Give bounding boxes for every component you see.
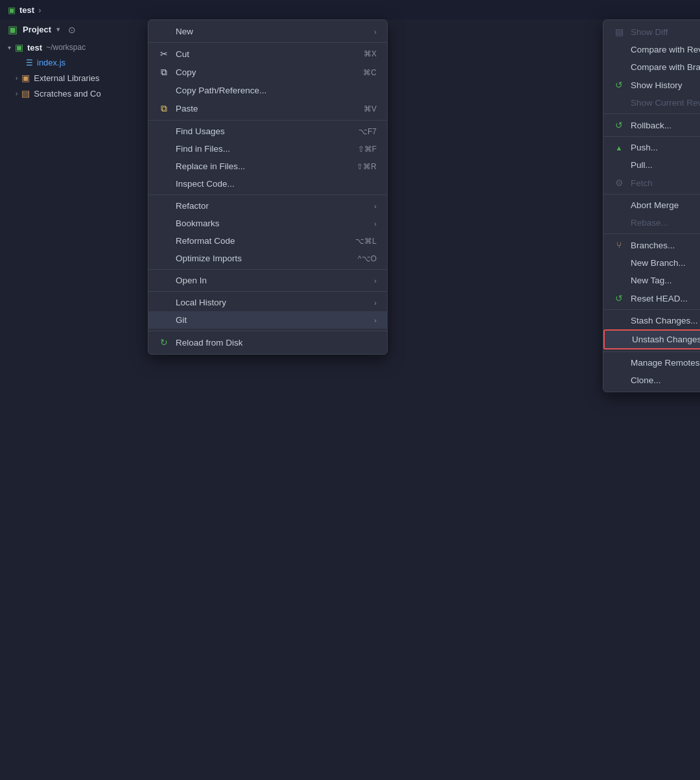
submenu-item-new-tag[interactable]: New Tag... bbox=[603, 272, 700, 289]
git-submenu: ▤ Show Diff Compare with Revision... Com… bbox=[603, 19, 700, 392]
find-usages-shortcut: ⌥F7 bbox=[358, 127, 377, 136]
scratches-label: Scratches and Co bbox=[34, 89, 100, 99]
menu-item-paste[interactable]: ⧉ Paste ⌘V bbox=[148, 99, 387, 118]
copy-icon: ⧉ bbox=[159, 67, 169, 78]
submenu-item-fetch[interactable]: ⚙ Fetch bbox=[603, 174, 700, 192]
submenu-divider-1 bbox=[603, 113, 700, 114]
branches-icon: ⑂ bbox=[614, 240, 624, 250]
divider-1 bbox=[148, 42, 387, 43]
submenu-item-show-current[interactable]: Show Current Revision bbox=[603, 94, 700, 112]
sidebar-test-folder[interactable]: ▾ ▣ test ~/workspac bbox=[0, 40, 148, 55]
menu-label-replace-files: Replace in Files... bbox=[176, 161, 350, 171]
menu-item-reload[interactable]: ↻ Reload from Disk bbox=[148, 333, 387, 351]
divider-5 bbox=[148, 291, 387, 292]
rollback-icon: ↺ bbox=[614, 120, 624, 130]
menu-item-copy[interactable]: ⧉ Copy ⌘C bbox=[148, 63, 387, 82]
menu-item-optimize[interactable]: Optimize Imports ^⌥O bbox=[148, 250, 387, 267]
menu-item-find-files[interactable]: Find in Files... ⇧⌘F bbox=[148, 140, 387, 158]
new-arrow: › bbox=[374, 28, 377, 36]
submenu-label-rollback: Rollback... bbox=[631, 121, 700, 130]
find-files-shortcut: ⇧⌘F bbox=[358, 145, 377, 154]
menu-label-find-files: Find in Files... bbox=[176, 144, 351, 154]
sidebar: ▣ Project ▾ ⊙ ▾ ▣ test ~/workspac ☰ inde… bbox=[0, 19, 148, 780]
submenu-item-pull[interactable]: Pull... bbox=[603, 156, 700, 174]
open-in-arrow: › bbox=[374, 277, 377, 285]
context-menu: New › ✂ Cut ⌘X ⧉ Copy ⌘C Copy Path/Refer… bbox=[148, 19, 388, 355]
top-bar-chevron: › bbox=[38, 5, 41, 15]
divider-4 bbox=[148, 269, 387, 270]
menu-item-refactor[interactable]: Refactor › bbox=[148, 197, 387, 215]
menu-label-cut: Cut bbox=[176, 49, 357, 59]
copy-shortcut: ⌘C bbox=[363, 68, 377, 77]
menu-label-new: New bbox=[176, 27, 368, 36]
folder-closed-icon: ▣ bbox=[8, 23, 18, 36]
chevron-right-icon: › bbox=[16, 75, 18, 82]
folder-icon: ▣ bbox=[8, 5, 16, 15]
submenu-label-manage-remotes: Manage Remotes... bbox=[631, 358, 700, 368]
menu-label-copy-path: Copy Path/Reference... bbox=[176, 86, 377, 95]
submenu-item-rollback[interactable]: ↺ Rollback... ⌥⌘Z bbox=[603, 116, 700, 134]
scratches-icon: ▤ bbox=[21, 88, 30, 99]
menu-item-git[interactable]: Git › bbox=[148, 311, 387, 329]
settings-icon[interactable]: ⊙ bbox=[68, 25, 76, 35]
menu-label-reformat: Reformat Code bbox=[176, 236, 349, 246]
submenu-label-clone: Clone... bbox=[631, 375, 661, 385]
divider-3 bbox=[148, 195, 387, 195]
submenu-item-abort-merge[interactable]: Abort Merge bbox=[603, 196, 700, 214]
submenu-item-branches[interactable]: ⑂ Branches... bbox=[603, 236, 700, 254]
submenu-label-push: Push... bbox=[631, 143, 700, 152]
top-bar-project: test bbox=[19, 5, 34, 15]
submenu-label-unstash: Unstash Changes... bbox=[632, 335, 700, 344]
submenu-label-show-diff: Show Diff bbox=[631, 27, 668, 37]
menu-item-inspect[interactable]: Inspect Code... bbox=[148, 175, 387, 193]
submenu-divider-6 bbox=[603, 351, 700, 352]
menu-item-copy-path[interactable]: Copy Path/Reference... bbox=[148, 82, 387, 99]
menu-item-new[interactable]: New › bbox=[148, 23, 387, 40]
submenu-item-rebase[interactable]: Rebase... bbox=[603, 214, 700, 231]
submenu-label-reset-head: Reset HEAD... bbox=[631, 294, 688, 303]
sidebar-ext-libraries[interactable]: › ▣ External Libraries bbox=[0, 70, 148, 86]
menu-item-open-in[interactable]: Open In › bbox=[148, 272, 387, 289]
submenu-divider-5 bbox=[603, 309, 700, 310]
menu-item-cut[interactable]: ✂ Cut ⌘X bbox=[148, 45, 387, 63]
submenu-item-push[interactable]: ▲ Push... ⇧⌘K bbox=[603, 139, 700, 156]
divider-2 bbox=[148, 120, 387, 121]
submenu-item-stash[interactable]: Stash Changes... bbox=[603, 312, 700, 329]
sidebar-indexjs[interactable]: ☰ index.js bbox=[0, 55, 148, 70]
menu-item-bookmarks[interactable]: Bookmarks › bbox=[148, 215, 387, 232]
submenu-label-show-current: Show Current Revision bbox=[631, 98, 700, 108]
sidebar-scratches[interactable]: › ▤ Scratches and Co bbox=[0, 86, 148, 101]
submenu-item-unstash[interactable]: Unstash Changes... bbox=[603, 329, 700, 349]
submenu-item-manage-remotes[interactable]: Manage Remotes... bbox=[603, 354, 700, 372]
submenu-item-show-history[interactable]: ↺ Show History bbox=[603, 76, 700, 94]
menu-label-copy: Copy bbox=[176, 67, 356, 77]
show-history-icon: ↺ bbox=[614, 80, 624, 90]
submenu-divider-4 bbox=[603, 233, 700, 234]
submenu-label-compare-branch: Compare with Branch... bbox=[631, 62, 700, 72]
submenu-item-compare-revision[interactable]: Compare with Revision... bbox=[603, 41, 700, 58]
submenu-item-compare-branch[interactable]: Compare with Branch... bbox=[603, 58, 700, 76]
menu-item-replace-files[interactable]: Replace in Files... ⇧⌘R bbox=[148, 158, 387, 175]
menu-label-open-in: Open In bbox=[176, 276, 368, 285]
submenu-divider-2 bbox=[603, 136, 700, 137]
menu-label-inspect: Inspect Code... bbox=[176, 179, 377, 189]
submenu-item-reset-head[interactable]: ↺ Reset HEAD... bbox=[603, 289, 700, 307]
reload-icon: ↻ bbox=[159, 337, 169, 348]
ext-libraries-label: External Libraries bbox=[34, 73, 99, 83]
submenu-item-clone[interactable]: Clone... bbox=[603, 372, 700, 389]
menu-item-reformat[interactable]: Reformat Code ⌥⌘L bbox=[148, 232, 387, 250]
submenu-label-branches: Branches... bbox=[631, 241, 675, 250]
submenu-item-new-branch[interactable]: New Branch... bbox=[603, 254, 700, 272]
menu-label-paste: Paste bbox=[176, 104, 357, 113]
local-history-arrow: › bbox=[374, 299, 377, 307]
menu-item-find-usages[interactable]: Find Usages ⌥F7 bbox=[148, 123, 387, 140]
folder-path: ~/workspac bbox=[46, 43, 86, 52]
menu-item-local-history[interactable]: Local History › bbox=[148, 294, 387, 311]
sidebar-project-row[interactable]: ▣ Project ▾ ⊙ bbox=[0, 19, 148, 40]
fetch-icon: ⚙ bbox=[614, 178, 624, 188]
library-icon: ▣ bbox=[21, 73, 30, 83]
replace-files-shortcut: ⇧⌘R bbox=[356, 162, 377, 171]
folder-name: test bbox=[27, 43, 42, 53]
folder-open-icon: ▣ bbox=[15, 42, 23, 53]
submenu-item-show-diff[interactable]: ▤ Show Diff bbox=[603, 23, 700, 41]
